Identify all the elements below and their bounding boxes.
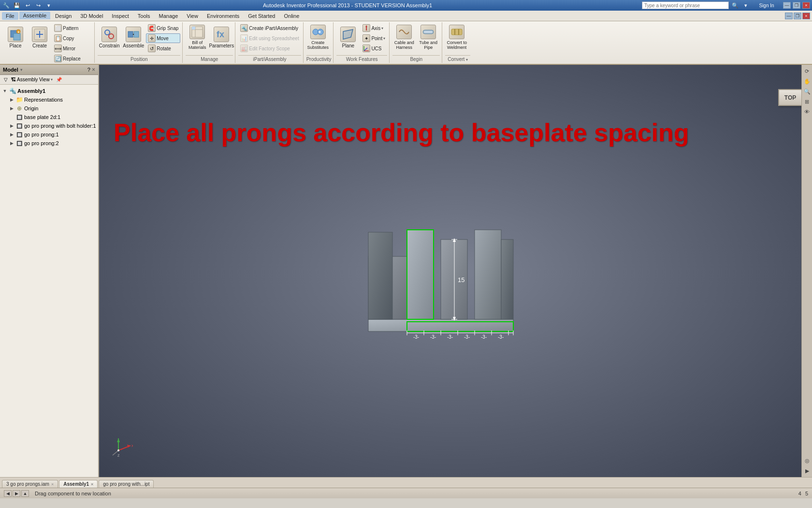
tree-item-prong-bolt[interactable]: ▶ 🔲 go pro prong with bolt holder:1 [1, 121, 97, 130]
tree-item-assembly1[interactable]: ▼ 🔩 Assembly1 [1, 87, 97, 95]
tree-item-representations[interactable]: ▶ 📁 Representations [1, 95, 97, 104]
place-button[interactable]: + Place [4, 23, 27, 51]
productivity-group-label: Productivity [306, 55, 332, 62]
tree-item-base-plate[interactable]: 🔲 base plate 2d:1 [1, 113, 97, 121]
status-coord1: 4 [798, 491, 801, 496]
menu-tools[interactable]: Tools [134, 12, 154, 20]
menu-getstarted[interactable]: Get Started [244, 12, 279, 20]
create-button[interactable]: Create [28, 23, 51, 51]
tube-pipe-label: Tube andPipe [419, 40, 437, 50]
next-page-btn[interactable]: ▶ [13, 490, 20, 497]
svg-rect-34 [368, 319, 513, 331]
position-group-items: Constrain Assemble 🧲 Grip Snap ✛ Move [98, 23, 180, 55]
window-restore[interactable]: ❐ [794, 13, 801, 19]
qat-save[interactable]: 💾 [13, 1, 21, 10]
pin-button[interactable]: 📌 [54, 76, 64, 83]
help-dropdown[interactable]: ▾ [741, 1, 750, 10]
menu-file[interactable]: File [2, 12, 18, 20]
tree-item-origin[interactable]: ▶ ⊕ Origin [1, 104, 97, 113]
ucs-button[interactable]: UCS [361, 44, 387, 53]
prong-bolt-expander[interactable]: ▶ [9, 123, 14, 128]
qat-settings[interactable]: ▾ [44, 1, 53, 10]
up-page-btn[interactable]: ▲ [21, 490, 29, 497]
plane-button[interactable]: Plane [336, 23, 360, 51]
tube-pipe-button[interactable]: Tube andPipe [417, 23, 440, 51]
statusbar-right: 4 5 [798, 491, 808, 496]
titlebar-restore[interactable]: ❐ [793, 2, 800, 9]
full-nav-wheel-icon[interactable]: ◎ [803, 456, 812, 465]
tab-prong-ipt[interactable]: go pro prong with...ipt [99, 480, 154, 488]
collapse-icon[interactable]: ▶ [803, 466, 812, 475]
zoom-icon[interactable]: 🔍 [803, 87, 812, 96]
menu-view[interactable]: View [183, 12, 202, 20]
assembly1-expander[interactable]: ▼ [2, 89, 8, 93]
top-view-button[interactable]: TOP [778, 89, 802, 106]
bom-button[interactable]: Bill ofMaterials [186, 23, 209, 51]
filter-button[interactable]: ▽ [2, 76, 10, 83]
edit-spreadsheet-button: 📊 Edit using Spreadsheet [238, 33, 301, 43]
titlebar-close[interactable]: × [802, 2, 810, 9]
grip-snap-button[interactable]: 🧲 Grip Snap [146, 23, 180, 33]
menu-design[interactable]: Design [51, 12, 75, 20]
titlebar-left: 🔧 💾 ↩ ↪ ▾ [2, 1, 53, 10]
titlebar-minimize[interactable]: — [783, 2, 791, 9]
sign-in[interactable]: Sign In [752, 1, 781, 10]
viewport[interactable]: Place all prongs according to baseplate … [99, 65, 812, 477]
app-icon[interactable]: 🔧 [2, 1, 11, 10]
window-close[interactable]: × [802, 13, 810, 19]
menu-online[interactable]: Online [280, 12, 303, 20]
copy-button[interactable]: 📋 Copy [52, 33, 92, 43]
prong1-expander[interactable]: ▶ [9, 132, 14, 137]
parameters-button[interactable]: fx Parameters [210, 23, 233, 51]
pattern-button[interactable]: ⬜ Pattern [52, 23, 92, 33]
replace-button[interactable]: 🔄 Replace [52, 54, 92, 63]
panel-help-button[interactable]: ? [87, 67, 90, 73]
panel-close-button[interactable]: × [92, 66, 95, 73]
cable-harness-button[interactable]: Cable andHarness [392, 23, 416, 51]
origin-icon: ⊕ [15, 105, 23, 112]
constrain-button[interactable]: Constrain [98, 23, 121, 51]
point-button[interactable]: ✦ Point ▾ [361, 33, 387, 43]
menu-environments[interactable]: Environments [203, 12, 243, 20]
tab-go-pro-prongs[interactable]: 3 go pro prongs.iam × [2, 480, 58, 488]
point-dropdown: ▾ [383, 36, 385, 41]
menu-inspect[interactable]: Inspect [108, 12, 132, 20]
ribbon: + Place Create ⬜ Pattern 📋 [0, 21, 812, 65]
rotate-button[interactable]: ↺ Rotate [146, 44, 180, 53]
menu-3dmodel[interactable]: 3D Model [76, 12, 107, 20]
zoom-all-icon[interactable]: ⊞ [803, 97, 812, 106]
qat-undo[interactable]: ↩ [23, 1, 32, 10]
tree-item-prong2[interactable]: ▶ 🔲 go pro prong:2 [1, 139, 97, 148]
mirror-button[interactable]: ⟺ Mirror [52, 44, 92, 53]
panel-dropdown-arrow[interactable]: ▾ [20, 68, 22, 72]
convert-weldment-button[interactable]: Convert toWeldment [445, 23, 468, 51]
create-ipart-button[interactable]: 🔩 Create iPart/iAssembly [238, 23, 301, 33]
tab-assembly1-close[interactable]: × [91, 482, 93, 487]
create-substitutes-button[interactable]: CreateSubstitutes [306, 23, 330, 51]
menu-manage[interactable]: Manage [155, 12, 182, 20]
origin-expander[interactable]: ▶ [9, 106, 14, 111]
menu-assemble[interactable]: Assemble [19, 12, 50, 20]
ribbon-group-productivity: CreateSubstitutes Productivity [304, 22, 334, 63]
tab-assembly1[interactable]: Assembly1 × [59, 480, 98, 488]
search-button[interactable]: 🔍 [731, 1, 740, 10]
panel-title: Model ▾ [3, 67, 22, 73]
orbit-icon[interactable]: ⟳ [803, 67, 812, 75]
search-input[interactable] [642, 1, 729, 9]
tube-pipe-icon [420, 25, 436, 39]
axis-button[interactable]: Axis ▾ [361, 23, 387, 33]
pan-icon[interactable]: ✋ [803, 77, 812, 86]
tab-go-pro-prongs-close[interactable]: × [51, 482, 54, 487]
prong2-expander[interactable]: ▶ [9, 141, 14, 146]
move-button[interactable]: ✛ Move [146, 33, 180, 43]
assemble-button[interactable]: Assemble [122, 23, 145, 51]
svg-text:fx: fx [217, 30, 224, 39]
window-minimize[interactable]: — [785, 13, 793, 19]
representations-expander[interactable]: ▶ [9, 97, 14, 102]
prev-page-btn[interactable]: ◀ [4, 490, 12, 497]
svg-point-7 [105, 30, 110, 35]
qat-redo[interactable]: ↪ [34, 1, 43, 10]
tree-item-prong1[interactable]: ▶ 🔲 go pro prong:1 [1, 130, 97, 139]
view-selector[interactable]: 🏗 Assembly View ▾ [11, 77, 53, 82]
look-at-icon[interactable]: 👁 [803, 107, 812, 116]
